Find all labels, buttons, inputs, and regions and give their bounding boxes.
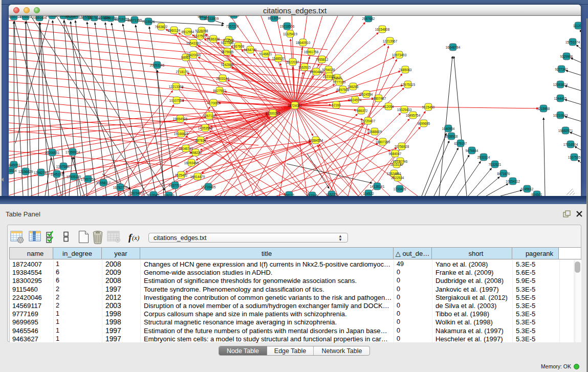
svg-text:6379197: 6379197 (454, 142, 467, 145)
svg-text:8454749: 8454749 (244, 48, 257, 52)
svg-text:7632621: 7632621 (489, 163, 502, 166)
svg-text:20756928: 20756928 (395, 145, 409, 148)
svg-text:2367608: 2367608 (232, 45, 245, 48)
svg-text:12213967: 12213967 (383, 39, 398, 43)
svg-text:14353584: 14353584 (198, 126, 213, 130)
svg-text:5322037: 5322037 (287, 60, 299, 64)
svg-text:5226058: 5226058 (195, 29, 208, 33)
svg-text:8938918: 8938918 (445, 135, 458, 138)
svg-text:881205: 881205 (228, 16, 239, 17)
svg-text:10807487: 10807487 (372, 97, 386, 100)
svg-text:16671355: 16671355 (127, 18, 142, 22)
svg-text:1162615: 1162615 (298, 65, 311, 69)
svg-text:1498222: 1498222 (189, 151, 202, 155)
svg-text:10653287: 10653287 (68, 16, 82, 17)
svg-text:17359914: 17359914 (66, 150, 80, 154)
svg-text:9684047: 9684047 (389, 152, 402, 156)
svg-text:104522: 104522 (363, 192, 374, 195)
svg-text:10025433: 10025433 (397, 108, 412, 112)
svg-text:16495754: 16495754 (406, 114, 421, 117)
svg-text:4170065: 4170065 (207, 101, 220, 105)
svg-text:3875685: 3875685 (221, 50, 234, 54)
svg-text:7663822: 7663822 (155, 25, 168, 29)
svg-text:16782759: 16782759 (113, 186, 128, 189)
svg-text:9474444: 9474444 (466, 149, 478, 152)
svg-text:62160: 62160 (332, 103, 341, 107)
svg-text:12213369: 12213369 (169, 85, 184, 89)
svg-text:10973493: 10973493 (392, 53, 407, 57)
svg-text:20691406: 20691406 (32, 16, 47, 19)
svg-text:9245612: 9245612 (521, 187, 534, 191)
svg-text:612054: 612054 (383, 105, 394, 108)
svg-text:18640910: 18640910 (296, 41, 311, 45)
svg-text:1145193: 1145193 (51, 172, 63, 176)
svg-text:9242848: 9242848 (221, 63, 234, 67)
svg-text:(x): (x) (132, 234, 139, 242)
svg-text:18807269: 18807269 (376, 140, 390, 144)
svg-text:19384554: 19384554 (309, 139, 323, 142)
svg-text:887834: 887834 (195, 139, 206, 142)
svg-text:2803144: 2803144 (216, 77, 229, 80)
svg-text:12823465: 12823465 (128, 191, 143, 195)
svg-text:10210643: 10210643 (553, 114, 568, 117)
svg-text:1640954: 1640954 (442, 127, 455, 130)
svg-text:9699695: 9699695 (418, 122, 430, 125)
svg-text:10688609: 10688609 (367, 130, 382, 134)
svg-text:12093874: 12093874 (553, 83, 568, 86)
svg-text:14136141: 14136141 (370, 185, 385, 188)
svg-text:16033809: 16033809 (204, 17, 219, 20)
svg-text:16154808: 16154808 (375, 28, 390, 31)
svg-text:9777169: 9777169 (333, 80, 346, 84)
svg-text:18724007: 18724007 (288, 104, 302, 107)
svg-text:10543382: 10543382 (186, 41, 201, 45)
svg-text:2687682: 2687682 (362, 17, 375, 20)
svg-text:20206551: 20206551 (45, 151, 60, 155)
svg-text:9327505: 9327505 (194, 34, 207, 38)
svg-text:1096314: 1096314 (46, 16, 59, 17)
svg-text:9794028: 9794028 (322, 68, 335, 72)
svg-text:15720407: 15720407 (361, 119, 376, 123)
svg-text:16914479: 16914479 (190, 175, 205, 179)
svg-text:12505135: 12505135 (67, 175, 81, 179)
svg-text:9329906: 9329906 (560, 55, 573, 58)
svg-text:19654935: 19654935 (173, 117, 188, 121)
svg-text:17016504: 17016504 (563, 143, 578, 146)
svg-text:2718170: 2718170 (176, 70, 189, 74)
svg-text:16961758: 16961758 (304, 50, 319, 54)
svg-text:16046745: 16046745 (179, 147, 193, 150)
svg-text:19218506: 19218506 (280, 25, 295, 28)
svg-text:18300295: 18300295 (266, 112, 280, 115)
svg-text:8912954: 8912954 (182, 30, 194, 34)
svg-text:1244415: 1244415 (554, 97, 567, 100)
svg-text:9146821: 9146821 (259, 52, 272, 56)
svg-text:10654112: 10654112 (506, 180, 520, 183)
svg-text:17957255: 17957255 (81, 178, 96, 181)
svg-text:15751074: 15751074 (565, 40, 580, 44)
svg-text:9457791: 9457791 (169, 184, 182, 187)
svg-text:8427552: 8427552 (213, 89, 226, 93)
svg-text:1733426: 1733426 (394, 187, 406, 191)
svg-text:1588520: 1588520 (272, 57, 285, 60)
svg-text:6497508: 6497508 (337, 88, 350, 92)
svg-text:8960124: 8960124 (168, 29, 181, 32)
svg-text:134521: 134521 (331, 76, 342, 80)
svg-text:8186328: 8186328 (207, 37, 220, 41)
svg-text:9227342: 9227342 (555, 68, 568, 71)
svg-text:2522534: 2522534 (391, 176, 404, 180)
svg-text:15716485: 15716485 (201, 185, 216, 189)
svg-text:7357224: 7357224 (226, 25, 239, 28)
svg-text:20053346: 20053346 (150, 63, 165, 67)
svg-text:7986372: 7986372 (355, 109, 368, 113)
svg-text:19166825: 19166825 (174, 132, 189, 136)
svg-text:1905572: 1905572 (19, 16, 32, 18)
svg-text:16648784: 16648784 (446, 46, 461, 49)
svg-text:1615132: 1615132 (390, 163, 403, 166)
svg-text:2933114: 2933114 (477, 156, 490, 159)
svg-text:8471676: 8471676 (497, 172, 510, 176)
svg-text:3915514: 3915514 (9, 169, 17, 172)
svg-text:8813054: 8813054 (268, 16, 281, 20)
svg-text:12156829: 12156829 (18, 170, 33, 173)
svg-text:11325419: 11325419 (283, 32, 297, 36)
svg-text:12975115: 12975115 (401, 83, 415, 86)
svg-text:1167535: 1167535 (568, 156, 581, 159)
